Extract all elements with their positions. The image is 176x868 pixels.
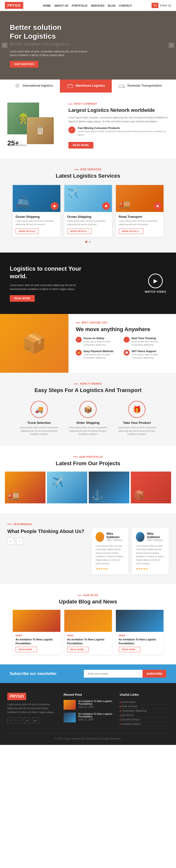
newsletter-form[interactable]: SUBSCRIBE <box>84 670 166 678</box>
newsletter-title: Subscribe our newsletter <box>10 672 57 676</box>
social-googleplus-icon[interactable]: g+ <box>32 717 39 724</box>
feat-support-title: 24/7 Hours Support <box>132 350 169 353</box>
blog-read-more-2[interactable]: READ MORE › <box>67 647 89 652</box>
project-plane[interactable]: ✈️ <box>47 471 87 503</box>
logo[interactable]: PRYGO <box>5 2 23 9</box>
hero-next-arrow[interactable]: › <box>169 42 174 48</box>
nav-portfolio[interactable]: PORTFOLIO <box>72 4 87 7</box>
nav-blog[interactable]: BLOG <box>108 4 116 7</box>
blog-read-more-3[interactable]: READ MORE › <box>119 647 140 652</box>
svg-rect-6 <box>119 85 123 87</box>
nav-contact[interactable]: CONTACT <box>119 4 132 7</box>
hero-description: Lorem ipsum dolor sit amet, consectetur … <box>10 50 88 57</box>
footer-about-text: Lorem ipsum dolor sit amet consectetur a… <box>7 703 56 714</box>
testimonial-prev[interactable]: ‹ <box>7 538 14 545</box>
testimonial-label: TESTIMONIAL <box>7 523 169 526</box>
testimonial-next[interactable]: › <box>16 538 23 545</box>
blog-read-more-1[interactable]: READ MORE › <box>15 647 37 652</box>
nav-about[interactable]: ABOUT US <box>54 4 68 7</box>
service-more-1[interactable]: MORE DETAILS <box>15 228 38 234</box>
projects-label: OUR PORTFOLIO <box>5 456 171 458</box>
nav-services[interactable]: SERVICES <box>91 4 104 7</box>
footer-link-2[interactable]: Dolor Sit Amet <box>120 704 169 709</box>
footer-link-6[interactable]: Incididunt Labore <box>120 722 169 726</box>
testimonial-author-info-1: Mika Sukkinen CEO / Director <box>107 532 125 541</box>
footer-logo: PRYGO <box>7 693 26 700</box>
steps-heading: Easy Steps For A Logistics And Transport <box>7 387 169 394</box>
dot-1[interactable] <box>85 241 87 243</box>
blog-section: OUR BLOG Update Blog and News NEWS An In… <box>0 584 176 664</box>
social-linkedin-icon[interactable]: in <box>24 717 30 724</box>
service-desc-1: Lorem ipsum dolor sit amet consectetur a… <box>15 219 58 226</box>
service-card-img-air: ✈️ <box>64 185 112 212</box>
service-card-body-3: Road Transport Lorem ipsum dolor sit ame… <box>116 212 164 237</box>
testimonial-role-1: CEO / Director <box>107 539 125 541</box>
footer-link-1[interactable]: Lorem Ipsum <box>120 700 169 704</box>
steps-section: HOW IT WORKS Easy Steps For A Logistics … <box>0 373 176 446</box>
footer-links-col: Useful Links Lorem Ipsum Dolor Sit Amet … <box>120 693 169 726</box>
footer-recent-heading: Recent Post <box>64 693 112 696</box>
projects-grid: 🚛 ✈️ ⚓ 📦 <box>5 471 171 503</box>
newsletter-submit-button[interactable]: SUBSCRIBE <box>142 670 166 678</box>
footer-link-5[interactable]: Eiusmod Tempor <box>120 717 169 722</box>
testimonial-avatar-2 <box>136 532 144 542</box>
step-order-icon: 📦 <box>79 401 97 418</box>
blog-grid: NEWS An Invitation To New Logistic Possi… <box>7 610 169 655</box>
hero-section: Better solution For Logistics Better sol… <box>0 11 176 80</box>
tab-domestic[interactable]: Domestic Transportation <box>112 80 169 93</box>
hero-cta-button[interactable]: OUR SERVICES <box>10 61 38 67</box>
step-1-desc: Lorem ipsum dolor sit amet consectetur a… <box>18 426 60 436</box>
video-cta-button[interactable]: READ MORE <box>10 295 35 302</box>
blog-card-body-3: NEWS An Invitation To New Logistic Possi… <box>116 632 164 655</box>
testimonial-name-2: Mika Sukkinen <box>147 532 165 539</box>
newsletter-input[interactable] <box>84 670 142 678</box>
dot-2[interactable] <box>89 241 91 243</box>
blog-card-body-2: NEWS An Invitation To New Logistic Possi… <box>64 632 112 655</box>
footer-link-4[interactable]: Elit Sed Do <box>120 713 169 717</box>
wemove-features-grid: 🛡 Focus on Safety Lorem ipsum dolor sit … <box>76 337 169 360</box>
footer-recent-col: Recent Post An Invitation To New Logisti… <box>64 693 112 726</box>
project-port[interactable]: ⚓ <box>89 471 129 503</box>
blog-card-3: NEWS An Invitation To New Logistic Possi… <box>116 610 164 655</box>
tab-international[interactable]: International logistics <box>7 80 60 93</box>
footer-link-3[interactable]: Consectetur Adipiscing <box>120 709 169 713</box>
feat-payment-text: Easy Payment Methods Lorem ipsum dolor s… <box>83 350 121 360</box>
footer-about-col: PRYGO Lorem ipsum dolor sit amet consect… <box>7 693 56 726</box>
stars-2: ★★★★★ <box>136 567 165 570</box>
projects-heading: Latest From Our Projects <box>5 460 171 467</box>
wemove-title: We move anything Anywhere <box>76 326 169 333</box>
play-button[interactable]: ▶ <box>148 274 163 288</box>
services-grid: 🚢 Ocean Shipping Lorem ipsum dolor sit a… <box>7 185 169 237</box>
footer: PRYGO Lorem ipsum dolor sit amet consect… <box>0 683 176 745</box>
service-card-body-2: Ocean Shipping Lorem ipsum dolor sit ame… <box>64 212 112 237</box>
service-more-3[interactable]: MORE DETAILS › <box>119 228 143 234</box>
nav-home[interactable]: HOME <box>43 4 51 7</box>
feat-support-text: 24/7 Hours Support Lorem ipsum dolor sit… <box>132 350 169 360</box>
proj-container-icon: 📦 <box>133 489 145 501</box>
service-more-2[interactable]: MORE DETAILS › <box>67 228 92 234</box>
project-container[interactable]: 📦 <box>131 471 171 503</box>
feat-tracking-desc: Lorem ipsum dolor sit amet consectetur a… <box>132 340 169 347</box>
feat-payment-title: Easy Payment Methods <box>83 350 121 353</box>
newsletter-section: Subscribe our newsletter SUBSCRIBE <box>0 664 176 683</box>
stars-1: ★★★★★ <box>96 567 125 570</box>
footer-post-img-1 <box>64 700 76 710</box>
delivery-man-icon: 📦 <box>22 332 46 355</box>
testimonial-role-2: CEO / Director <box>147 539 165 541</box>
hero-prev-arrow[interactable]: ‹ <box>2 42 7 48</box>
about-cta-button[interactable]: READ MORE <box>68 142 93 149</box>
globe-icon <box>14 83 21 88</box>
tracking-icon: 📍 <box>124 337 130 343</box>
cart-text: 0 item (s) <box>160 4 171 7</box>
testimonial-author-1: Mika Sukkinen CEO / Director <box>96 532 125 542</box>
step-2-desc: Lorem ipsum dolor sit amet consectetur a… <box>67 426 109 436</box>
cart[interactable]: 0 item (s) <box>151 3 171 8</box>
feat-tracking: 📍 Real Time Tracking Lorem ipsum dolor s… <box>124 337 169 347</box>
social-facebook-icon[interactable]: f <box>7 717 14 724</box>
project-truck[interactable]: 🚛 <box>5 471 45 503</box>
proj-plane-icon: ✈️ <box>52 476 64 488</box>
social-twitter-icon[interactable]: t <box>15 717 22 724</box>
tab-warehouse[interactable]: Warehouse Logistics <box>60 80 112 93</box>
svg-rect-5 <box>68 85 73 88</box>
services-section: OUR SERVICES Latest Logistics Services 🚢… <box>0 158 176 252</box>
